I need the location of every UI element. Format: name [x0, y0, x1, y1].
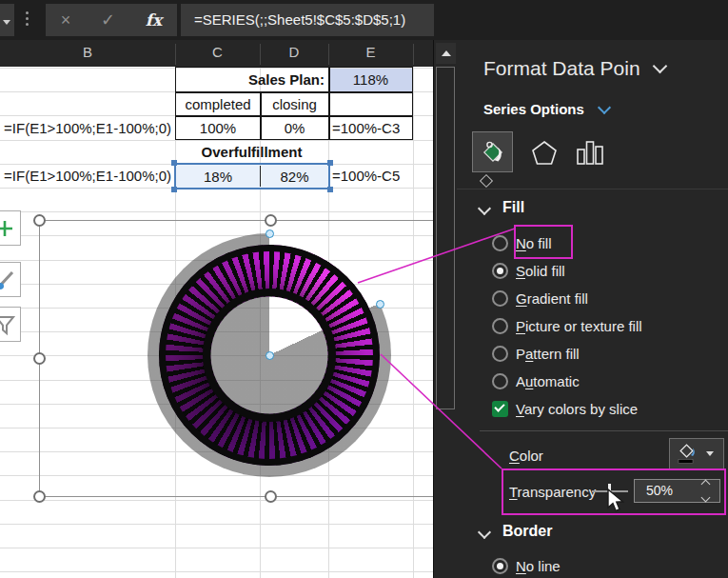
paint-bucket-tip-icon	[480, 174, 493, 188]
fill-handle[interactable]	[327, 187, 333, 192]
series-options-label[interactable]: Series Options	[483, 101, 609, 117]
panel-title: Format Data Poin	[483, 57, 665, 80]
paint-bucket-icon	[480, 139, 506, 166]
worksheet-grid[interactable]: Sales Plan: 118% completed closing =IF(E…	[0, 67, 433, 578]
radio-no-fill[interactable]	[492, 235, 508, 251]
border-section-header[interactable]: Border	[502, 523, 552, 540]
radio-no-line[interactable]	[492, 558, 508, 574]
pentagon-icon	[530, 138, 559, 167]
tab-fill-line[interactable]	[472, 131, 513, 172]
chart-styles-button[interactable]	[0, 262, 21, 297]
cell-overfulfillment-value[interactable]: 18%	[177, 165, 259, 189]
fill-collapse-chevron-icon[interactable]	[478, 202, 491, 215]
border-collapse-chevron-icon[interactable]	[478, 526, 491, 539]
radio-pattern-fill[interactable]	[492, 346, 508, 362]
scrollbar-thumb[interactable]	[436, 67, 455, 409]
chart-resize-handle[interactable]	[265, 214, 277, 227]
bar-chart-icon	[576, 138, 604, 167]
enter-icon[interactable]: ✓	[101, 11, 115, 29]
panel-title-chevron-icon[interactable]	[653, 59, 668, 74]
cell-sales-plan-value[interactable]: 118%	[330, 69, 412, 91]
column-header-c[interactable]: C	[175, 44, 260, 63]
no-line-label[interactable]: No line	[516, 558, 561, 574]
formula-bar-buttons: × ✓ fx	[46, 4, 177, 36]
tab-series-options[interactable]	[569, 131, 610, 172]
cell-completed-header[interactable]: completed	[176, 92, 260, 116]
scroll-up-button[interactable]	[436, 43, 456, 64]
radio-automatic[interactable]	[492, 373, 508, 389]
data-point-handle-right[interactable]	[376, 300, 384, 309]
cell-completed-value[interactable]: 100%	[176, 116, 260, 140]
chart-resize-handle[interactable]	[33, 352, 46, 365]
plus-icon	[0, 218, 15, 239]
data-point-handle-center[interactable]	[266, 351, 274, 360]
radio-solid-fill[interactable]	[492, 263, 508, 279]
format-data-point-panel: Format Data Poin Series Options	[457, 40, 728, 578]
fill-section-header[interactable]: Fill	[502, 199, 524, 216]
cell-sales-plan-label[interactable]: Sales Plan:	[177, 68, 325, 91]
tab-effects[interactable]	[523, 131, 564, 172]
radio-gradient-fill[interactable]	[492, 290, 508, 307]
column-header-b[interactable]: B	[19, 44, 156, 63]
color-dropdown-icon[interactable]	[706, 451, 714, 456]
formula-input[interactable]: =SERIES(;;Sheet5!$C$5:$D$5;1)	[181, 4, 434, 36]
cell-closing-header[interactable]: closing	[261, 92, 328, 116]
series-options-chevron-icon[interactable]	[598, 101, 611, 114]
automatic-label[interactable]: Automatic	[516, 373, 580, 389]
cell-e5-formula[interactable]: =100%-C5	[332, 164, 412, 188]
insert-function-icon[interactable]: fx	[146, 10, 162, 30]
checkbox-vary-colors[interactable]	[492, 401, 508, 417]
color-label: Color	[509, 448, 543, 464]
paintbrush-icon	[0, 269, 16, 291]
fill-color-button[interactable]	[669, 438, 724, 469]
chart-frame-top	[39, 220, 433, 221]
column-header-d[interactable]: D	[260, 44, 328, 63]
range-handle[interactable]	[327, 160, 333, 166]
solid-fill-label[interactable]: Solid fill	[516, 263, 565, 279]
vertical-scrollbar[interactable]	[433, 40, 458, 578]
pattern-fill-label[interactable]: Pattern fill	[516, 346, 580, 362]
vary-colors-label[interactable]: Vary colors by slice	[516, 401, 638, 417]
chart-resize-handle[interactable]	[265, 490, 277, 503]
funnel-icon	[0, 313, 16, 336]
cancel-icon[interactable]: ×	[61, 11, 71, 29]
cell-overfulfillment-label[interactable]: Overfulfillment	[175, 140, 328, 164]
formula-bar-drag-handle[interactable]	[26, 11, 29, 29]
range-handle[interactable]	[171, 160, 177, 166]
radio-picture-fill[interactable]	[492, 318, 508, 334]
chart-elements-button[interactable]	[0, 210, 21, 246]
column-header-e[interactable]: E	[328, 44, 413, 63]
gradient-fill-label[interactable]: Gradient fill	[516, 290, 588, 307]
cell-b5-formula[interactable]: =IF(E1>100%;E1-100%;0)	[0, 164, 171, 188]
excel-window: × ✓ fx =SERIES(;;Sheet5!$C$5:$D$5;1) B C…	[0, 0, 728, 578]
fill-color-bucket-icon	[676, 444, 698, 465]
range-handle[interactable]	[171, 187, 177, 192]
column-headers: B C D E	[0, 40, 433, 68]
annotation-box-no-fill	[514, 225, 573, 259]
name-box[interactable]	[0, 4, 14, 36]
chart-resize-handle[interactable]	[33, 490, 46, 503]
name-box-dropdown-icon	[3, 20, 10, 25]
cell-closing82-value[interactable]: 82%	[262, 165, 327, 189]
cell-closing-value[interactable]: 0%	[261, 116, 328, 140]
up-arrow-icon	[442, 50, 451, 56]
chart-filters-button[interactable]	[0, 307, 21, 342]
cell-e3-formula[interactable]: =100%-C3	[332, 116, 412, 140]
cell-b3-formula[interactable]: =IF(E1>100%;E1-100%;0)	[0, 116, 171, 140]
chart-resize-handle[interactable]	[33, 214, 46, 227]
picture-fill-label[interactable]: Picture or texture fill	[516, 318, 642, 334]
annotation-box-transparency	[502, 468, 726, 515]
chart-frame-bottom	[39, 496, 433, 497]
data-point-handle-top[interactable]	[266, 229, 274, 238]
formula-bar: × ✓ fx =SERIES(;;Sheet5!$C$5:$D$5;1)	[0, 0, 728, 41]
